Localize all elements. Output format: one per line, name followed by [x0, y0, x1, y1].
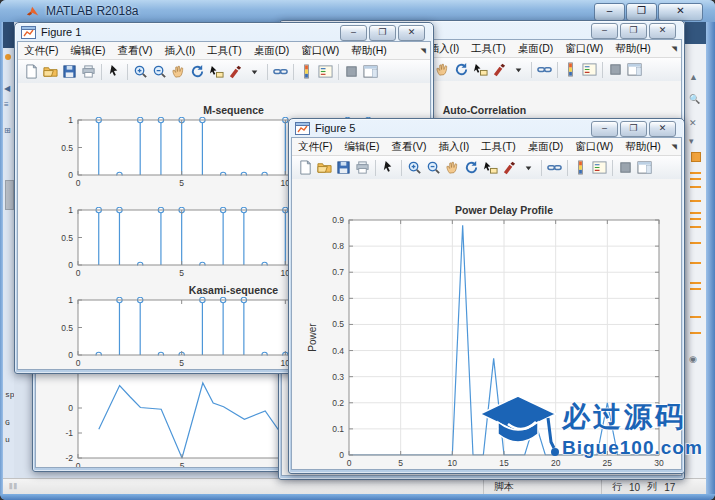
- menu-item[interactable]: 桌面(D): [522, 140, 570, 154]
- code-warning-mark[interactable]: [690, 218, 701, 220]
- dropdown-caret-icon[interactable]: [509, 61, 528, 79]
- insert-colorbar-icon[interactable]: [571, 159, 590, 177]
- print-figure-icon[interactable]: [79, 63, 98, 81]
- code-warning-mark[interactable]: [690, 282, 701, 284]
- close-button[interactable]: ✕: [649, 121, 676, 137]
- menu-item[interactable]: 查看(V): [385, 140, 432, 154]
- open-folder-icon[interactable]: [315, 159, 334, 177]
- rotate-3d-icon[interactable]: [462, 159, 481, 177]
- code-warning-mark[interactable]: [690, 172, 701, 174]
- maximize-button[interactable]: ❐: [620, 23, 647, 39]
- link-plots-icon[interactable]: [545, 159, 564, 177]
- menu-pin-icon[interactable]: ◥: [421, 47, 426, 55]
- scrollbar-thumb[interactable]: [5, 180, 14, 210]
- insert-colorbar-icon[interactable]: [561, 61, 580, 79]
- menu-item[interactable]: 窗口(W): [559, 42, 609, 56]
- maximize-button[interactable]: ❐: [626, 3, 657, 21]
- code-warning-mark[interactable]: [690, 226, 701, 228]
- close-button[interactable]: ✕: [649, 23, 676, 39]
- menu-item[interactable]: 编辑(E): [338, 140, 385, 154]
- link-plots-icon[interactable]: [535, 61, 554, 79]
- code-warning-mark[interactable]: [690, 186, 701, 188]
- matlab-titlebar[interactable]: MATLAB R2018a – ❐ ✕: [0, 0, 715, 22]
- insert-colorbar-icon[interactable]: [297, 63, 316, 81]
- code-analyzer-status-icon[interactable]: [691, 152, 701, 162]
- dropdown-caret-icon[interactable]: [245, 63, 264, 81]
- scroll-up-icon[interactable]: ▲: [689, 72, 698, 82]
- zoom-in-icon[interactable]: [405, 159, 424, 177]
- code-warning-mark[interactable]: [690, 200, 701, 202]
- search-icon[interactable]: 🔍: [689, 94, 700, 104]
- minimize-button[interactable]: –: [340, 25, 367, 41]
- code-warning-mark[interactable]: [690, 212, 701, 214]
- brush-data-icon[interactable]: [500, 159, 519, 177]
- menu-item[interactable]: 帮助(H): [619, 140, 667, 154]
- show-plot-tools-icon[interactable]: [361, 63, 380, 81]
- code-warning-mark[interactable]: [690, 316, 701, 318]
- list-icon[interactable]: ≡: [4, 100, 9, 109]
- menu-item[interactable]: 查看(V): [111, 44, 158, 58]
- zoom-out-icon[interactable]: [150, 63, 169, 81]
- brush-data-icon[interactable]: [490, 61, 509, 79]
- hide-plot-tools-icon[interactable]: [616, 159, 635, 177]
- show-plot-tools-icon[interactable]: [625, 61, 644, 79]
- menu-pin-icon[interactable]: ◥: [672, 143, 677, 151]
- menu-item[interactable]: 插入(I): [158, 44, 201, 58]
- menu-item[interactable]: 插入(I): [432, 140, 475, 154]
- data-cursor-icon[interactable]: [207, 63, 226, 81]
- new-document-icon[interactable]: [296, 159, 315, 177]
- figure5-titlebar[interactable]: Figure 5 – ❐ ✕: [289, 119, 684, 137]
- chevron-down-icon[interactable]: ▾: [689, 136, 694, 146]
- insert-legend-icon[interactable]: [580, 61, 599, 79]
- save-figure-icon[interactable]: [60, 63, 79, 81]
- figure1-titlebar[interactable]: Figure 1 – ❐ ✕: [15, 23, 433, 41]
- edit-plot-arrow-icon[interactable]: [105, 63, 124, 81]
- minimize-button[interactable]: –: [591, 23, 618, 39]
- minimize-button[interactable]: –: [594, 3, 625, 21]
- menu-item[interactable]: 工具(T): [201, 44, 247, 58]
- rotate-3d-icon[interactable]: [452, 61, 471, 79]
- expand-plus-icon[interactable]: ⊞: [4, 126, 11, 135]
- edit-plot-arrow-icon[interactable]: [379, 159, 398, 177]
- insert-legend-icon[interactable]: [316, 63, 335, 81]
- zoom-in-icon[interactable]: [131, 63, 150, 81]
- menu-item[interactable]: 桌面(D): [512, 42, 560, 56]
- code-warning-mark[interactable]: [690, 288, 701, 290]
- code-warning-mark[interactable]: [690, 332, 701, 334]
- pan-hand-icon[interactable]: [443, 159, 462, 177]
- new-document-icon[interactable]: [22, 63, 41, 81]
- hide-plot-tools-icon[interactable]: [342, 63, 361, 81]
- back-arrow-icon[interactable]: ◀: [4, 84, 10, 93]
- minimize-button[interactable]: –: [591, 121, 618, 137]
- menu-item[interactable]: 工具(T): [475, 140, 521, 154]
- save-figure-icon[interactable]: [334, 159, 353, 177]
- menu-item[interactable]: 帮助(H): [609, 42, 657, 56]
- pan-hand-icon[interactable]: [169, 63, 188, 81]
- menu-item[interactable]: 文件(F): [292, 140, 338, 154]
- maximize-button[interactable]: ❐: [369, 25, 396, 41]
- hide-plot-tools-icon[interactable]: [606, 61, 625, 79]
- menu-item[interactable]: 帮助(H): [345, 44, 393, 58]
- rotate-3d-icon[interactable]: [188, 63, 207, 81]
- menu-item[interactable]: 窗口(W): [295, 44, 345, 58]
- close-button[interactable]: ✕: [658, 3, 703, 21]
- menu-item[interactable]: 工具(T): [465, 42, 511, 56]
- menu-item[interactable]: 文件(F): [18, 44, 64, 58]
- menu-item[interactable]: 窗口(W): [569, 140, 619, 154]
- menu-item[interactable]: 桌面(D): [248, 44, 296, 58]
- maximize-button[interactable]: ❐: [620, 121, 647, 137]
- show-plot-tools-icon[interactable]: [635, 159, 654, 177]
- zoom-out-icon[interactable]: [424, 159, 443, 177]
- open-folder-icon[interactable]: [41, 63, 60, 81]
- code-warning-mark[interactable]: [690, 262, 701, 264]
- code-warning-mark[interactable]: [690, 178, 701, 180]
- close-button[interactable]: ✕: [398, 25, 425, 41]
- close-small-icon[interactable]: ✕: [689, 118, 697, 128]
- data-cursor-icon[interactable]: [481, 159, 500, 177]
- menu-item[interactable]: 编辑(E): [64, 44, 111, 58]
- print-figure-icon[interactable]: [353, 159, 372, 177]
- brush-data-icon[interactable]: [226, 63, 245, 81]
- menu-pin-icon[interactable]: ◥: [672, 45, 677, 53]
- insert-legend-icon[interactable]: [590, 159, 609, 177]
- link-plots-icon[interactable]: [271, 63, 290, 81]
